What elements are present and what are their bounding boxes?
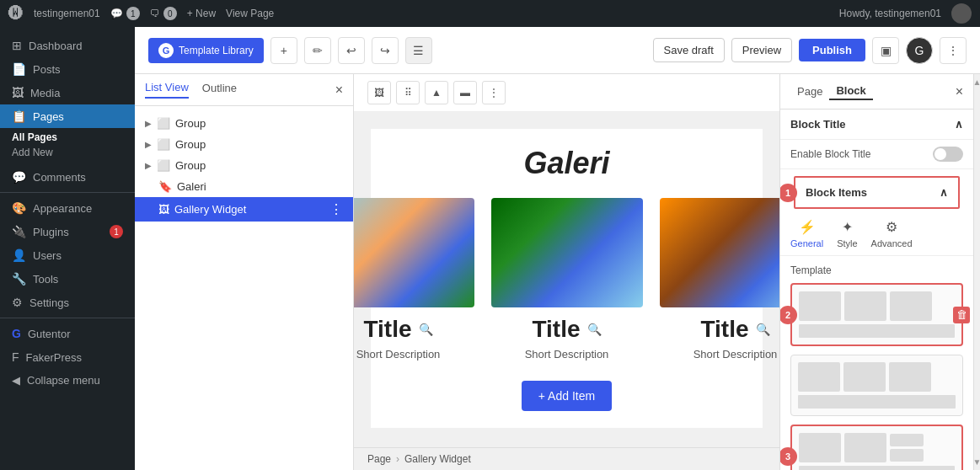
collapse-menu-button[interactable]: ◀ Collapse menu bbox=[0, 369, 135, 392]
more-options-button[interactable]: ⋮ bbox=[940, 37, 967, 64]
block-type-button[interactable]: 🖼 bbox=[367, 81, 391, 104]
canvas-content: Galeri Title 🔍 Short Description bbox=[371, 129, 763, 428]
tab-block[interactable]: Block bbox=[829, 83, 872, 100]
sidebar-item-appearance[interactable]: 🎨 Appearance bbox=[0, 196, 135, 220]
posts-icon: 📄 bbox=[12, 62, 26, 76]
tab-style[interactable]: ✦ Style bbox=[837, 219, 857, 248]
tree-item-galeri[interactable]: 🔖 Galeri bbox=[135, 176, 353, 197]
user-settings-button[interactable]: G bbox=[906, 37, 933, 64]
scroll-down-icon[interactable]: ▼ bbox=[973, 457, 980, 467]
template-thumb-1c bbox=[890, 291, 932, 321]
tree-item-gallery-widget[interactable]: 🖼 Gallery Widget ⋮ bbox=[135, 197, 353, 222]
template-card-2[interactable] bbox=[790, 355, 963, 416]
comments-icon: 💬 bbox=[12, 170, 26, 184]
more-block-options-button[interactable]: ⋮ bbox=[482, 81, 506, 104]
template-thumb-3a bbox=[799, 433, 841, 462]
right-panel-close-button[interactable]: × bbox=[956, 84, 963, 99]
group-icon: ⬜ bbox=[157, 159, 170, 172]
gallery-item-1-title: Title bbox=[363, 316, 411, 343]
sidebar-item-media[interactable]: 🖼 Media bbox=[0, 81, 135, 104]
chevron-up-icon: ∧ bbox=[955, 118, 963, 131]
gallery-image-1[interactable] bbox=[354, 198, 474, 307]
gallery-item-1-desc: Short Description bbox=[356, 348, 441, 361]
block-items-section[interactable]: Block Items ∧ bbox=[794, 176, 960, 209]
gallery-widget-icon: 🖼 bbox=[158, 203, 169, 216]
media-icon: 🖼 bbox=[12, 86, 24, 99]
tab-outline[interactable]: Outline bbox=[202, 82, 237, 98]
menu-button[interactable]: ☰ bbox=[405, 37, 432, 64]
drag-button[interactable]: ⠿ bbox=[396, 81, 420, 104]
template-side-thumb-3a bbox=[890, 434, 924, 446]
gallery-item-3: Title 🔍 Short Description bbox=[660, 198, 780, 361]
users-icon: 👤 bbox=[12, 248, 26, 262]
tab-list-view[interactable]: List View bbox=[145, 81, 189, 99]
gallery-image-2[interactable] bbox=[491, 198, 643, 307]
delete-template-1-button[interactable]: 🗑 bbox=[953, 307, 970, 323]
messages-count[interactable]: 🗨 0 bbox=[150, 7, 177, 20]
sub-tabs-row: ⚡ General ✦ Style ⚙ Advanced bbox=[780, 212, 973, 256]
move-up-button[interactable]: ▲ bbox=[425, 81, 448, 104]
template-card-1[interactable] bbox=[790, 283, 963, 346]
enable-block-title-toggle[interactable] bbox=[933, 147, 963, 162]
template-library-button[interactable]: G Template Library bbox=[148, 38, 264, 63]
gallery-image-3[interactable] bbox=[660, 198, 780, 307]
sidebar-item-plugins[interactable]: 🔌 Plugins 1 bbox=[0, 220, 135, 243]
gutentor-icon: G bbox=[12, 327, 21, 340]
template-section: Template 2 bbox=[780, 256, 973, 470]
view-toggle-button[interactable]: ▣ bbox=[872, 37, 899, 64]
tab-advanced[interactable]: ⚙ Advanced bbox=[871, 219, 913, 248]
add-block-button[interactable]: + bbox=[270, 37, 297, 64]
add-item-button[interactable]: + Add Item bbox=[522, 381, 612, 411]
add-new-page-link[interactable]: Add New bbox=[12, 145, 123, 160]
howdy-text: Howdy, testingemen01 bbox=[839, 8, 941, 19]
breadcrumb-page[interactable]: Page bbox=[367, 453, 391, 465]
redo-button[interactable]: ↪ bbox=[372, 37, 399, 64]
search-icon-3[interactable]: 🔍 bbox=[756, 323, 770, 336]
new-button[interactable]: + New bbox=[187, 8, 216, 19]
sidebar-item-dashboard[interactable]: ⊞ Dashboard bbox=[0, 34, 135, 57]
sidebar-item-comments[interactable]: 💬 Comments bbox=[0, 165, 135, 189]
chevron-up-icon-2: ∧ bbox=[940, 186, 948, 199]
all-pages-link[interactable]: All Pages bbox=[12, 130, 123, 145]
block-title-section[interactable]: Block Title ∧ bbox=[780, 109, 973, 140]
template-line-3a bbox=[799, 466, 955, 470]
pencil-button[interactable]: ✏ bbox=[304, 37, 331, 64]
save-draft-button[interactable]: Save draft bbox=[653, 38, 725, 62]
scroll-up-icon[interactable]: ▲ bbox=[973, 77, 980, 87]
align-button[interactable]: ▬ bbox=[453, 81, 477, 104]
sidebar-item-posts[interactable]: 📄 Posts bbox=[0, 57, 135, 81]
search-icon-1[interactable]: 🔍 bbox=[419, 323, 433, 336]
tab-general[interactable]: ⚡ General bbox=[790, 219, 823, 248]
left-panel-close-button[interactable]: × bbox=[335, 83, 343, 98]
pages-submenu: All Pages Add New bbox=[0, 128, 135, 165]
gallery-item-2: Title 🔍 Short Description bbox=[491, 198, 643, 361]
right-layout: Page Block × Block Title ∧ Enable Block … bbox=[779, 74, 980, 470]
template-card-3[interactable] bbox=[790, 425, 963, 470]
sidebar-item-tools[interactable]: 🔧 Tools bbox=[0, 267, 135, 291]
item-options-icon[interactable]: ⋮ bbox=[329, 201, 343, 217]
sidebar-item-settings[interactable]: ⚙ Settings bbox=[0, 291, 135, 314]
undo-button[interactable]: ↩ bbox=[338, 37, 365, 64]
comments-count[interactable]: 💬 1 bbox=[110, 7, 140, 20]
preview-button[interactable]: Preview bbox=[731, 38, 792, 62]
template-preview-2 bbox=[798, 362, 956, 392]
template-line-3 bbox=[799, 466, 955, 470]
template-library-icon: G bbox=[158, 43, 174, 58]
tree-item-group-2[interactable]: ▶ ⬜ Group bbox=[135, 134, 353, 155]
tab-page[interactable]: Page bbox=[790, 83, 829, 99]
publish-button[interactable]: Publish bbox=[799, 39, 865, 61]
gallery-item-3-title: Title bbox=[700, 316, 748, 343]
advanced-icon: ⚙ bbox=[886, 219, 897, 235]
style-icon: ✦ bbox=[842, 219, 853, 235]
sidebar-item-fakerpress[interactable]: F FakerPress bbox=[0, 345, 135, 369]
view-page-link[interactable]: View Page bbox=[226, 8, 274, 19]
site-name[interactable]: testingemen01 bbox=[34, 8, 100, 19]
tree-item-group-3[interactable]: ▶ ⬜ Group bbox=[135, 155, 353, 176]
tree-item-group-1[interactable]: ▶ ⬜ Group bbox=[135, 113, 353, 134]
group-icon: ⬜ bbox=[157, 117, 170, 130]
sidebar-item-pages[interactable]: 📋 Pages bbox=[0, 104, 135, 128]
search-icon-2[interactable]: 🔍 bbox=[587, 323, 602, 336]
sidebar-item-gutentor[interactable]: G Gutentor bbox=[0, 322, 135, 345]
sidebar-item-users[interactable]: 👤 Users bbox=[0, 243, 135, 267]
expand-arrow-icon: ▶ bbox=[145, 161, 152, 170]
